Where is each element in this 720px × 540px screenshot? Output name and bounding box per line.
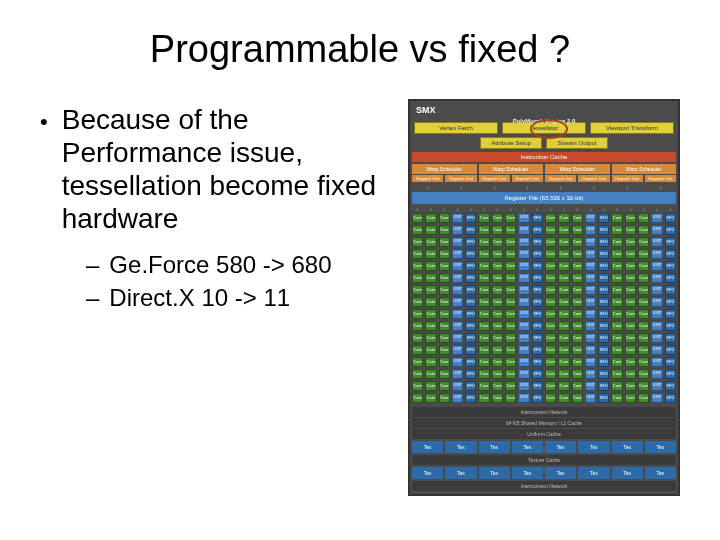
core-unit: Core <box>412 393 423 403</box>
core-unit: Core <box>558 321 569 331</box>
down-arrow-icon: ↓ <box>505 206 516 212</box>
core-unit: Core <box>505 285 516 295</box>
core-unit: Core <box>638 345 649 355</box>
content-row: • Because of the Performance issue, tess… <box>40 99 680 496</box>
core-unit: Core <box>478 321 489 331</box>
core-unit: Core <box>505 273 516 283</box>
ldst-unit: LD/ST <box>518 249 529 259</box>
sfu-unit: SFU <box>532 333 543 343</box>
core-unit: Core <box>625 297 636 307</box>
down-arrow-icon: ↓ <box>532 206 543 212</box>
core-unit: Core <box>478 249 489 259</box>
down-arrow-icon: ↓ <box>512 184 543 190</box>
core-unit: Core <box>611 333 622 343</box>
register-file-bar: Register File (65,536 x 32-bit) <box>412 192 676 204</box>
down-arrow-icon: ↓ <box>518 206 529 212</box>
down-arrow-icon: ↓ <box>452 206 463 212</box>
sfu-unit: SFU <box>465 285 476 295</box>
sfu-unit: SFU <box>465 357 476 367</box>
core-unit: Core <box>425 369 436 379</box>
core-unit: Core <box>425 345 436 355</box>
sfu-unit: SFU <box>465 261 476 271</box>
core-unit: Core <box>492 249 503 259</box>
core-unit: Core <box>492 273 503 283</box>
core-unit: Core <box>492 213 503 223</box>
core-unit: Core <box>505 225 516 235</box>
core-unit: Core <box>425 321 436 331</box>
ldst-unit: LD/ST <box>651 225 662 235</box>
core-unit: Core <box>478 381 489 391</box>
core-row: CoreCoreCoreLD/STSFUCoreCoreCoreLD/STSFU… <box>412 273 676 283</box>
tex-unit: Tex <box>512 467 543 479</box>
down-arrow-icon: ↓ <box>572 206 583 212</box>
core-unit: Core <box>425 357 436 367</box>
ldst-unit: LD/ST <box>651 213 662 223</box>
core-unit: Core <box>572 297 583 307</box>
core-unit: Core <box>572 393 583 403</box>
ldst-unit: LD/ST <box>452 393 463 403</box>
core-unit: Core <box>625 333 636 343</box>
ldst-unit: LD/ST <box>452 345 463 355</box>
diagram-header: SMX <box>410 101 678 119</box>
core-unit: Core <box>505 357 516 367</box>
sfu-unit: SFU <box>532 393 543 403</box>
core-unit: Core <box>638 285 649 295</box>
core-unit: Core <box>505 261 516 271</box>
ldst-unit: LD/ST <box>651 249 662 259</box>
core-unit: Core <box>492 321 503 331</box>
down-arrow-icon: ↓ <box>651 206 662 212</box>
core-unit: Core <box>558 381 569 391</box>
core-unit: Core <box>625 357 636 367</box>
ldst-unit: LD/ST <box>518 297 529 307</box>
core-unit: Core <box>545 381 556 391</box>
tex-unit: Tex <box>578 467 609 479</box>
core-unit: Core <box>611 381 622 391</box>
core-unit: Core <box>625 213 636 223</box>
ldst-unit: LD/ST <box>585 273 596 283</box>
warp-scheduler: Warp Scheduler <box>612 164 677 174</box>
core-unit: Core <box>439 381 450 391</box>
sfu-unit: SFU <box>532 249 543 259</box>
core-unit: Core <box>545 213 556 223</box>
sfu-unit: SFU <box>465 297 476 307</box>
core-unit: Core <box>611 345 622 355</box>
core-unit: Core <box>478 333 489 343</box>
core-unit: Core <box>572 309 583 319</box>
core-unit: Core <box>572 321 583 331</box>
core-unit: Core <box>638 273 649 283</box>
core-unit: Core <box>558 309 569 319</box>
ldst-unit: LD/ST <box>585 333 596 343</box>
ldst-unit: LD/ST <box>585 321 596 331</box>
tex-row: Tex Tex Tex Tex Tex Tex Tex Tex <box>410 466 678 480</box>
core-unit: Core <box>505 249 516 259</box>
dispatch-unit: Dispatch Unit <box>545 175 576 182</box>
core-row: CoreCoreCoreLD/STSFUCoreCoreCoreLD/STSFU… <box>412 249 676 259</box>
sfu-unit: SFU <box>532 321 543 331</box>
core-unit: Core <box>505 381 516 391</box>
warp-scheduler: Warp Scheduler <box>479 164 544 174</box>
core-unit: Core <box>611 249 622 259</box>
sfu-unit: SFU <box>465 273 476 283</box>
core-unit: Core <box>625 321 636 331</box>
tex-unit: Tex <box>479 441 510 453</box>
core-unit: Core <box>412 333 423 343</box>
core-unit: Core <box>611 321 622 331</box>
core-unit: Core <box>638 237 649 247</box>
ldst-unit: LD/ST <box>651 393 662 403</box>
sfu-unit: SFU <box>665 261 676 271</box>
down-arrow-icon: ↓ <box>545 206 556 212</box>
sfu-unit: SFU <box>665 213 676 223</box>
core-unit: Core <box>558 345 569 355</box>
tex-unit: Tex <box>545 441 576 453</box>
sfu-unit: SFU <box>665 381 676 391</box>
sfu-unit: SFU <box>598 309 609 319</box>
ldst-unit: LD/ST <box>651 237 662 247</box>
core-unit: Core <box>625 381 636 391</box>
ldst-unit: LD/ST <box>452 261 463 271</box>
ldst-unit: LD/ST <box>651 309 662 319</box>
ldst-unit: LD/ST <box>452 249 463 259</box>
sfu-unit: SFU <box>598 393 609 403</box>
core-unit: Core <box>478 309 489 319</box>
core-unit: Core <box>611 213 622 223</box>
core-unit: Core <box>558 285 569 295</box>
